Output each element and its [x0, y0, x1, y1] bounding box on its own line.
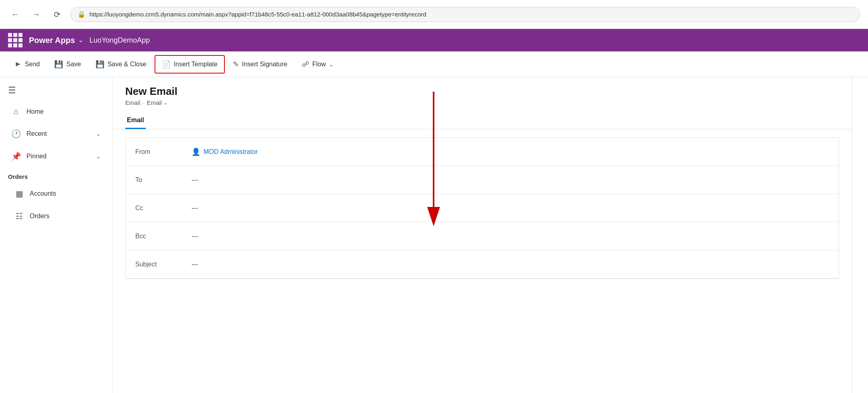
sidebar-item-pinned[interactable]: 📌 Pinned ⌄ [3, 146, 109, 167]
sidebar-item-home-label: Home [26, 108, 44, 115]
sidebar-item-accounts-label: Accounts [30, 190, 56, 197]
subject-field-row: Subject --- [126, 250, 839, 278]
app-title-group: Power Apps ⌄ [29, 36, 83, 45]
recent-icon: 🕐 [11, 129, 21, 139]
breadcrumb-type-chevron: ⌄ [163, 100, 168, 106]
waffle-menu[interactable] [8, 33, 22, 47]
sidebar-item-orders[interactable]: ☷ Orders [3, 206, 109, 227]
save-label: Save [66, 61, 81, 68]
save-close-label: Save & Close [108, 61, 147, 68]
insert-template-icon: 📄 [162, 60, 171, 69]
content-area: New Email Email · Email ⌄ Email From [112, 77, 852, 393]
app-title-text: Power Apps [29, 36, 75, 45]
url-text: https://luoyongdemo.crm5.dynamics.com/ma… [90, 11, 426, 18]
cc-value[interactable]: --- [192, 205, 198, 212]
sidebar-item-orders-label: Orders [30, 213, 49, 220]
browser-bar: ← → ⟳ 🔒 https://luoyongdemo.crm5.dynamic… [0, 0, 868, 29]
app-header: Power Apps ⌄ LuoYongDemoApp [0, 29, 868, 51]
bcc-field-row: Bcc --- [126, 222, 839, 250]
back-button[interactable]: ← [8, 7, 22, 22]
toolbar: ► Send 💾 Save 💾 Save & Close 📄 Insert Te… [0, 51, 868, 77]
lock-icon: 🔒 [77, 10, 86, 18]
from-label: From [135, 148, 192, 156]
breadcrumb-separator: · [143, 99, 145, 106]
tab-email-label: Email [127, 117, 144, 123]
breadcrumb-type-label: Email [147, 99, 162, 106]
tab-bar: Email [112, 106, 852, 129]
sidebar: ☰ ⌂ Home 🕐 Recent ⌄ 📌 Pinned ⌄ Orders ▦ … [0, 77, 112, 393]
save-button[interactable]: 💾 Save [48, 55, 87, 74]
cc-field-row: Cc --- [126, 194, 839, 222]
save-close-button[interactable]: 💾 Save & Close [89, 55, 153, 74]
send-button[interactable]: ► Send [8, 55, 46, 74]
flow-icon: ☍ [302, 60, 309, 69]
bcc-value[interactable]: --- [192, 233, 198, 240]
page-title: New Email [125, 85, 839, 98]
tab-email[interactable]: Email [125, 113, 146, 129]
send-icon: ► [14, 60, 22, 68]
refresh-button[interactable]: ⟳ [50, 7, 64, 22]
to-value[interactable]: --- [192, 176, 198, 184]
cc-label: Cc [135, 205, 192, 212]
email-card: From 👤 MOD Administrator To --- Cc --- [125, 137, 839, 279]
from-user-name: MOD Administrator [204, 148, 258, 156]
from-field-row: From 👤 MOD Administrator [126, 138, 839, 166]
breadcrumb-entity: Email [125, 99, 141, 106]
subject-label: Subject [135, 261, 192, 268]
insert-signature-icon: ✎ [233, 60, 239, 69]
from-value[interactable]: 👤 MOD Administrator [192, 147, 258, 156]
orders-icon: ☷ [14, 211, 24, 221]
save-icon: 💾 [54, 60, 63, 69]
subject-value[interactable]: --- [192, 261, 198, 268]
accounts-icon: ▦ [14, 189, 24, 199]
flow-chevron: ⌄ [329, 61, 334, 68]
app-name-text: LuoYongDemoApp [90, 36, 150, 45]
main-layout: ☰ ⌂ Home 🕐 Recent ⌄ 📌 Pinned ⌄ Orders ▦ … [0, 77, 868, 393]
sidebar-item-recent[interactable]: 🕐 Recent ⌄ [3, 123, 109, 144]
bcc-label: Bcc [135, 233, 192, 240]
breadcrumb-type[interactable]: Email ⌄ [147, 99, 168, 106]
app-title-chevron[interactable]: ⌄ [78, 37, 83, 43]
forward-button[interactable]: → [29, 7, 43, 22]
pinned-icon: 📌 [11, 151, 21, 161]
insert-template-button[interactable]: 📄 Insert Template [155, 55, 225, 74]
recent-chevron: ⌄ [96, 131, 101, 137]
user-icon: 👤 [192, 147, 200, 156]
sidebar-hamburger[interactable]: ☰ [0, 80, 112, 100]
flow-button[interactable]: ☍ Flow ⌄ [295, 55, 340, 74]
insert-signature-button[interactable]: ✎ Insert Signature [226, 55, 294, 74]
email-form: From 👤 MOD Administrator To --- Cc --- [112, 129, 852, 393]
insert-template-label: Insert Template [174, 61, 218, 68]
home-icon: ⌂ [11, 107, 21, 116]
send-label: Send [25, 61, 40, 68]
address-bar[interactable]: 🔒 https://luoyongdemo.crm5.dynamics.com/… [71, 7, 860, 22]
flow-label: Flow [312, 61, 326, 68]
sidebar-item-recent-label: Recent [26, 130, 47, 137]
right-sidebar [852, 77, 868, 393]
insert-signature-label: Insert Signature [242, 61, 287, 68]
breadcrumb: Email · Email ⌄ [125, 99, 839, 106]
orders-section-header: Orders [0, 168, 112, 182]
sidebar-item-pinned-label: Pinned [26, 153, 47, 160]
sidebar-item-home[interactable]: ⌂ Home [3, 101, 109, 122]
sidebar-item-accounts[interactable]: ▦ Accounts [3, 183, 109, 204]
save-close-icon: 💾 [96, 60, 104, 69]
pinned-chevron: ⌄ [96, 153, 101, 160]
to-field-row: To --- [126, 166, 839, 194]
page-header: New Email Email · Email ⌄ [112, 77, 852, 106]
to-label: To [135, 176, 192, 184]
